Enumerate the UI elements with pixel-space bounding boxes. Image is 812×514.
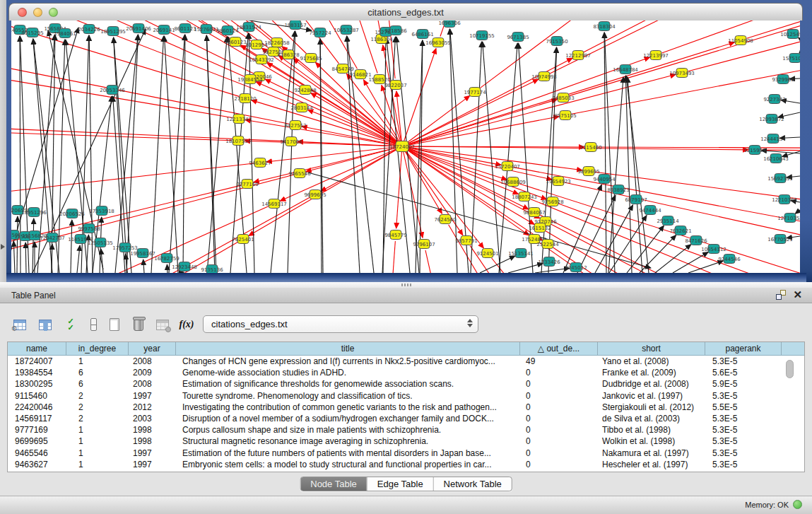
table-cell[interactable]: 1	[66, 459, 129, 470]
table-cell[interactable]: 9699695	[8, 436, 66, 447]
table-source-dropdown[interactable]: citations_edges.txt	[203, 315, 478, 333]
select-column-button[interactable]	[35, 315, 55, 334]
table-cell[interactable]: 2003	[129, 413, 176, 424]
column-header-out_de[interactable]: △ out_de...	[520, 342, 598, 355]
table-cell[interactable]: 2008	[129, 356, 176, 367]
table-cell[interactable]: 2	[66, 413, 129, 424]
table-cell[interactable]: Stergiakouli et al. (2012)	[598, 402, 705, 413]
table-row[interactable]: 946554611997Estimation of the future num…	[8, 448, 804, 459]
scrollbar-thumb[interactable]	[786, 360, 794, 378]
table-cell[interactable]: 1	[66, 436, 129, 447]
table-cell[interactable]: Investigating the contribution of common…	[176, 402, 520, 413]
table-cell[interactable]: 0	[520, 413, 598, 424]
table-cell[interactable]: Changes of HCN gene expression and I(f) …	[176, 356, 520, 367]
row-mode-button[interactable]	[83, 315, 103, 334]
table-cell[interactable]: Yano et al. (2008)	[598, 356, 705, 367]
memory-status[interactable]: Memory: OK	[745, 500, 802, 509]
table-cell[interactable]: 19384554	[8, 367, 66, 378]
table-cell[interactable]: 0	[520, 448, 598, 459]
table-row[interactable]: 1456911722003Disruption of a novel membe…	[8, 413, 804, 424]
table-row[interactable]: 946362711997Embryonic stem cells: a mode…	[8, 459, 804, 470]
splitter-grip-icon[interactable]	[401, 284, 411, 286]
column-header-name[interactable]: name	[8, 342, 66, 355]
new-table-button[interactable]	[105, 315, 124, 334]
table-cell[interactable]: Genome-wide association studies in ADHD.	[176, 367, 520, 378]
table-cell[interactable]: 6	[66, 378, 129, 390]
table-cell[interactable]: 5.3E-5	[705, 356, 782, 367]
table-cell[interactable]: Hescheler et al. (1997)	[598, 459, 705, 470]
table-cell[interactable]: 9463627	[8, 459, 66, 470]
table-cell[interactable]: 9115460	[8, 390, 66, 402]
tab-network-table[interactable]: Network Table	[434, 477, 512, 491]
table-row[interactable]: 2242004622012Investigating the contribut…	[8, 402, 804, 413]
table-cell[interactable]: 1	[66, 356, 129, 367]
table-cell[interactable]: Dudbridge et al. (2008)	[598, 378, 705, 390]
table-cell[interactable]: 5.9E-5	[705, 378, 782, 390]
table-cell[interactable]: 5.3E-5	[705, 436, 782, 447]
table-cell[interactable]: 2	[66, 390, 129, 402]
network-window-titlebar[interactable]: citations_edges.txt	[8, 3, 803, 21]
column-checklist-button[interactable]: ✓✓	[61, 315, 81, 334]
table-row[interactable]: 1830029562008Estimation of significance …	[8, 378, 804, 390]
table-cell[interactable]: 2008	[129, 378, 176, 390]
table-cell[interactable]: 2012	[129, 402, 176, 413]
column-header-in_degree[interactable]: in_degree	[66, 342, 129, 355]
table-cell[interactable]: Structural magnetic resonance image aver…	[176, 436, 520, 447]
table-cell[interactable]: 0	[520, 459, 598, 470]
table-row[interactable]: 1872400712008Changes of HCN gene express…	[8, 356, 804, 367]
network-view-canvas[interactable]: 9860123891295418226058982750881863281054…	[11, 21, 800, 273]
table-cell[interactable]: Corpus callosum shape and size in male p…	[176, 424, 520, 436]
table-cell[interactable]: 5.6E-5	[705, 367, 782, 378]
tab-node-table[interactable]: Node Table	[300, 477, 367, 491]
delete-button[interactable]	[129, 315, 148, 334]
table-cell[interactable]: 1998	[129, 424, 176, 436]
tab-edge-table[interactable]: Edge Table	[367, 477, 434, 491]
table-cell[interactable]: Nakamura et al. (1997)	[598, 448, 705, 459]
table-cell[interactable]: de Silva et al. (2003)	[598, 413, 705, 424]
table-cell[interactable]: 0	[520, 436, 598, 447]
close-panel-icon[interactable]: ✕	[793, 290, 802, 300]
table-cell[interactable]: 5.3E-5	[705, 424, 782, 436]
table-cell[interactable]: Estimation of the future numbers of pati…	[176, 448, 520, 459]
table-scrollbar[interactable]	[784, 358, 795, 470]
table-cell[interactable]: 22420046	[8, 402, 66, 413]
table-cell[interactable]: 18300295	[8, 378, 66, 390]
table-cell[interactable]: 14569117	[8, 413, 66, 424]
table-row[interactable]: 977716911998Corpus callosum shape and si…	[8, 424, 804, 436]
table-row[interactable]: 969969511998Structural magnetic resonanc…	[8, 436, 804, 447]
table-cell[interactable]: 0	[520, 390, 598, 402]
table-settings-button[interactable]: ⚙	[10, 315, 30, 334]
table-cell[interactable]: 2	[66, 402, 129, 413]
column-header-title[interactable]: title	[176, 342, 520, 355]
column-header-short[interactable]: short	[598, 342, 705, 355]
table-cell[interactable]: 5.3E-5	[705, 448, 782, 459]
table-cell[interactable]: 9465546	[8, 448, 66, 459]
table-cell[interactable]: Disruption of a novel member of a sodium…	[176, 413, 520, 424]
table-cell[interactable]: 0	[520, 402, 598, 413]
table-cell[interactable]: 1998	[129, 436, 176, 447]
table-cell[interactable]: Tibbo et al. (1998)	[598, 424, 705, 436]
table-cell[interactable]: 1997	[129, 390, 176, 402]
table-cell[interactable]: 5.3E-5	[705, 390, 782, 402]
table-row[interactable]: 911546021997Tourette syndrome. Phenomeno…	[8, 390, 804, 402]
column-header-year[interactable]: year	[129, 342, 176, 355]
panel-splitter[interactable]	[0, 282, 812, 288]
table-cell[interactable]: Embryonic stem cells: a model to study s…	[176, 459, 520, 470]
table-cell[interactable]: 9777169	[8, 424, 66, 436]
table-cell[interactable]: 1997	[129, 448, 176, 459]
table-cell[interactable]: 2009	[129, 367, 176, 378]
table-cell[interactable]: 5.3E-5	[705, 413, 782, 424]
table-cell[interactable]: 5.3E-5	[705, 459, 782, 470]
table-cell[interactable]: 6	[66, 367, 129, 378]
table-cell[interactable]: 0	[520, 424, 598, 436]
table-cell[interactable]: 0	[520, 367, 598, 378]
column-header-pagerank[interactable]: pagerank	[705, 342, 782, 355]
table-cell[interactable]: Wolkin et al. (1998)	[598, 436, 705, 447]
table-cell[interactable]: Franke et al. (2009)	[598, 367, 705, 378]
table-cell[interactable]: Tourette syndrome. Phenomenology and cla…	[176, 390, 520, 402]
table-cell[interactable]: 0	[520, 378, 598, 390]
panel-expand-arrow-icon[interactable]	[1, 244, 5, 250]
table-cell[interactable]: Jankovic et al. (1997)	[598, 390, 705, 402]
table-cell[interactable]: Estimation of significance thresholds fo…	[176, 378, 520, 390]
table-cell[interactable]: 18724007	[8, 356, 66, 367]
